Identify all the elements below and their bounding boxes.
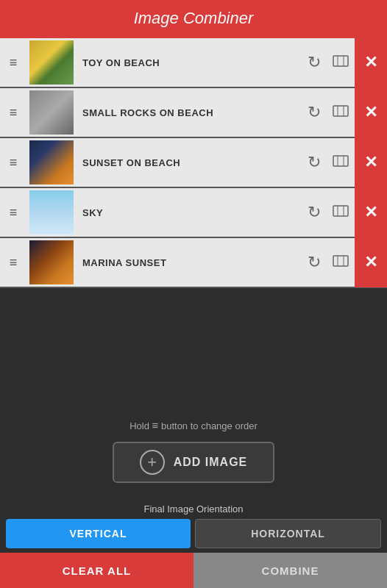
resize-icon[interactable]	[330, 104, 352, 122]
rotate-icon[interactable]: ↻	[303, 53, 325, 72]
resize-icon[interactable]	[330, 54, 352, 72]
hint-icon: ≡	[152, 419, 159, 431]
drag-handle-icon[interactable]: ≡	[0, 55, 26, 71]
item-thumbnail	[29, 140, 74, 184]
delete-button[interactable]: ✕	[355, 137, 387, 187]
item-label: SKY	[77, 207, 303, 218]
rotate-icon[interactable]: ↻	[303, 253, 325, 272]
image-item: ≡ SMALL ROCKS ON BEACH ↻ ✕	[0, 88, 387, 138]
orientation-label: Final Image Orientation	[0, 498, 387, 519]
image-item: ≡ TOY ON BEACH ↻ ✕	[0, 38, 387, 88]
combine-button[interactable]: COMBINE	[194, 553, 387, 588]
horizontal-button[interactable]: HORIZONTAL	[195, 519, 381, 548]
hint-text: Hold ≡ button to change order	[129, 419, 258, 431]
bottom-controls: Final Image Orientation VERTICAL HORIZON…	[0, 498, 387, 588]
svg-rect-12	[333, 256, 348, 266]
image-item: ≡ SKY ↻ ✕	[0, 188, 387, 238]
item-actions: ↻	[303, 203, 355, 222]
main-area: Hold ≡ button to change order + ADD IMAG…	[0, 288, 387, 498]
app-header: Image Combiner	[0, 0, 387, 38]
delete-button[interactable]: ✕	[355, 37, 387, 87]
delete-button[interactable]: ✕	[355, 187, 387, 237]
resize-icon[interactable]	[330, 204, 352, 222]
item-label: SUNSET ON BEACH	[77, 157, 303, 168]
rotate-icon[interactable]: ↻	[303, 153, 325, 172]
delete-button[interactable]: ✕	[355, 87, 387, 137]
app-title: Image Combiner	[134, 9, 254, 27]
svg-rect-6	[333, 156, 348, 166]
clear-all-button[interactable]: CLEAR ALL	[0, 553, 194, 588]
resize-icon[interactable]	[330, 154, 352, 172]
item-actions: ↻	[303, 53, 355, 72]
action-buttons: CLEAR ALL COMBINE	[0, 553, 387, 588]
vertical-button[interactable]: VERTICAL	[6, 519, 191, 548]
item-label: TOY ON BEACH	[77, 57, 303, 68]
drag-handle-icon[interactable]: ≡	[0, 205, 26, 220]
rotate-icon[interactable]: ↻	[303, 203, 325, 222]
svg-rect-0	[333, 56, 348, 66]
svg-rect-3	[333, 106, 348, 116]
image-list: ≡ TOY ON BEACH ↻ ✕ ≡ SMALL ROCKS ON BEAC…	[0, 38, 387, 288]
item-label: SMALL ROCKS ON BEACH	[77, 107, 303, 118]
drag-handle-icon[interactable]: ≡	[0, 105, 26, 121]
rotate-icon[interactable]: ↻	[303, 103, 325, 122]
image-item: ≡ SUNSET ON BEACH ↻ ✕	[0, 138, 387, 188]
image-item: ≡ MARINA SUNSET ↻ ✕	[0, 238, 387, 288]
item-label: MARINA SUNSET	[77, 257, 303, 268]
add-image-label: ADD IMAGE	[174, 456, 248, 469]
orientation-buttons: VERTICAL HORIZONTAL	[6, 519, 381, 548]
drag-handle-icon[interactable]: ≡	[0, 255, 26, 270]
drag-handle-icon[interactable]: ≡	[0, 155, 26, 171]
item-actions: ↻	[303, 253, 355, 272]
item-thumbnail	[29, 190, 74, 234]
svg-rect-9	[333, 206, 348, 216]
add-circle-icon: +	[140, 450, 165, 475]
item-actions: ↻	[303, 103, 355, 122]
item-thumbnail	[29, 40, 74, 85]
item-thumbnail	[29, 240, 74, 284]
resize-icon[interactable]	[330, 254, 352, 272]
item-thumbnail	[29, 90, 74, 135]
plus-icon: +	[147, 454, 157, 470]
item-actions: ↻	[303, 153, 355, 172]
add-image-button[interactable]: + ADD IMAGE	[113, 442, 274, 483]
delete-button[interactable]: ✕	[355, 237, 387, 287]
